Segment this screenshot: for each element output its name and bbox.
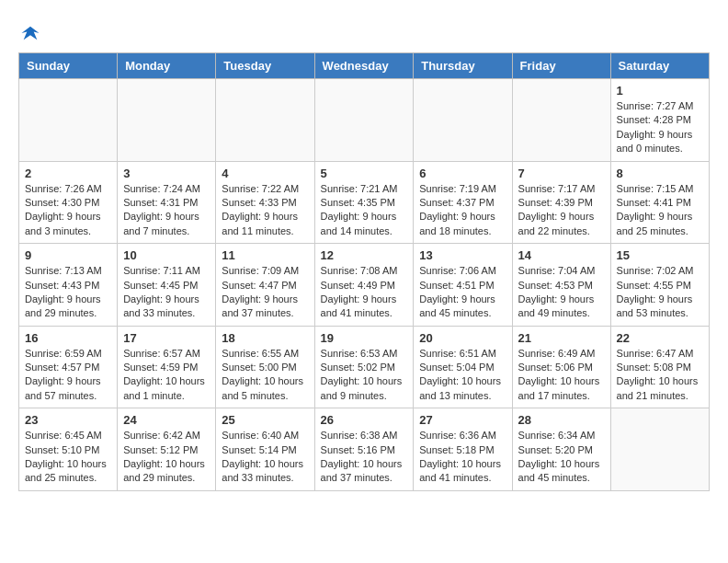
calendar-cell: 19Sunrise: 6:53 AM Sunset: 5:02 PM Dayli… bbox=[314, 326, 414, 408]
day-number: 24 bbox=[123, 413, 210, 427]
day-detail: Sunrise: 7:08 AM Sunset: 4:49 PM Dayligh… bbox=[321, 264, 408, 321]
calendar-cell: 1Sunrise: 7:27 AM Sunset: 4:28 PM Daylig… bbox=[610, 79, 709, 162]
calendar-cell: 26Sunrise: 6:38 AM Sunset: 5:16 PM Dayli… bbox=[314, 408, 414, 491]
calendar-cell: 13Sunrise: 7:06 AM Sunset: 4:51 PM Dayli… bbox=[414, 244, 512, 327]
calendar-cell: 27Sunrise: 6:36 AM Sunset: 5:18 PM Dayli… bbox=[414, 408, 512, 491]
day-detail: Sunrise: 7:22 AM Sunset: 4:33 PM Dayligh… bbox=[222, 182, 308, 239]
calendar-cell: 25Sunrise: 6:40 AM Sunset: 5:14 PM Dayli… bbox=[216, 408, 314, 491]
day-detail: Sunrise: 7:06 AM Sunset: 4:51 PM Dayligh… bbox=[419, 264, 506, 321]
weekday-header-thursday: Thursday bbox=[414, 53, 512, 79]
day-detail: Sunrise: 6:59 AM Sunset: 4:57 PM Dayligh… bbox=[25, 347, 111, 404]
calendar-cell bbox=[118, 79, 216, 162]
day-number: 3 bbox=[123, 167, 210, 180]
calendar-cell: 5Sunrise: 7:21 AM Sunset: 4:35 PM Daylig… bbox=[314, 161, 414, 244]
day-detail: Sunrise: 7:13 AM Sunset: 4:43 PM Dayligh… bbox=[25, 264, 111, 321]
calendar-cell bbox=[19, 79, 118, 162]
day-number: 18 bbox=[222, 331, 308, 345]
day-number: 21 bbox=[518, 331, 605, 345]
day-number: 28 bbox=[518, 413, 605, 427]
week-row-3: 9Sunrise: 7:13 AM Sunset: 4:43 PM Daylig… bbox=[19, 244, 710, 327]
day-number: 12 bbox=[321, 248, 408, 262]
calendar-cell: 22Sunrise: 6:47 AM Sunset: 5:08 PM Dayli… bbox=[610, 326, 709, 408]
calendar-cell bbox=[512, 79, 610, 162]
calendar-cell: 7Sunrise: 7:17 AM Sunset: 4:39 PM Daylig… bbox=[512, 161, 610, 244]
calendar-cell: 15Sunrise: 7:02 AM Sunset: 4:55 PM Dayli… bbox=[610, 244, 709, 327]
day-detail: Sunrise: 6:47 AM Sunset: 5:08 PM Dayligh… bbox=[617, 347, 703, 404]
day-detail: Sunrise: 6:34 AM Sunset: 5:20 PM Dayligh… bbox=[518, 429, 605, 486]
day-detail: Sunrise: 7:11 AM Sunset: 4:45 PM Dayligh… bbox=[123, 264, 210, 321]
calendar-cell: 9Sunrise: 7:13 AM Sunset: 4:43 PM Daylig… bbox=[19, 244, 118, 327]
calendar-cell: 23Sunrise: 6:45 AM Sunset: 5:10 PM Dayli… bbox=[19, 408, 118, 491]
weekday-header-wednesday: Wednesday bbox=[314, 53, 414, 79]
day-detail: Sunrise: 6:53 AM Sunset: 5:02 PM Dayligh… bbox=[321, 347, 408, 404]
day-number: 26 bbox=[321, 413, 408, 427]
day-detail: Sunrise: 7:09 AM Sunset: 4:47 PM Dayligh… bbox=[222, 264, 308, 321]
weekday-header-monday: Monday bbox=[118, 53, 216, 79]
weekday-header-sunday: Sunday bbox=[19, 53, 118, 79]
day-number: 10 bbox=[123, 248, 210, 262]
week-row-1: 1Sunrise: 7:27 AM Sunset: 4:28 PM Daylig… bbox=[19, 79, 710, 162]
day-number: 11 bbox=[222, 248, 308, 262]
logo-bird-icon bbox=[20, 23, 40, 43]
week-row-2: 2Sunrise: 7:26 AM Sunset: 4:30 PM Daylig… bbox=[19, 161, 710, 244]
day-number: 22 bbox=[617, 331, 703, 345]
day-number: 23 bbox=[25, 413, 111, 427]
calendar-cell: 11Sunrise: 7:09 AM Sunset: 4:47 PM Dayli… bbox=[216, 244, 314, 327]
day-detail: Sunrise: 7:24 AM Sunset: 4:31 PM Dayligh… bbox=[123, 182, 210, 239]
calendar-cell: 18Sunrise: 6:55 AM Sunset: 5:00 PM Dayli… bbox=[216, 326, 314, 408]
day-number: 2 bbox=[25, 167, 111, 180]
day-number: 7 bbox=[518, 167, 605, 180]
calendar-cell bbox=[414, 79, 512, 162]
day-number: 25 bbox=[222, 413, 308, 427]
calendar-cell: 6Sunrise: 7:19 AM Sunset: 4:37 PM Daylig… bbox=[414, 161, 512, 244]
day-number: 19 bbox=[321, 331, 408, 345]
day-detail: Sunrise: 6:51 AM Sunset: 5:04 PM Dayligh… bbox=[419, 347, 506, 404]
weekday-header-friday: Friday bbox=[512, 53, 610, 79]
calendar-cell: 4Sunrise: 7:22 AM Sunset: 4:33 PM Daylig… bbox=[216, 161, 314, 244]
calendar-cell: 28Sunrise: 6:34 AM Sunset: 5:20 PM Dayli… bbox=[512, 408, 610, 491]
weekday-header-row: SundayMondayTuesdayWednesdayThursdayFrid… bbox=[19, 53, 710, 79]
day-detail: Sunrise: 6:42 AM Sunset: 5:12 PM Dayligh… bbox=[123, 429, 210, 486]
day-number: 4 bbox=[222, 167, 308, 180]
day-detail: Sunrise: 7:04 AM Sunset: 4:53 PM Dayligh… bbox=[518, 264, 605, 321]
calendar-table: SundayMondayTuesdayWednesdayThursdayFrid… bbox=[18, 52, 710, 491]
day-number: 17 bbox=[123, 331, 210, 345]
day-number: 20 bbox=[419, 331, 506, 345]
day-number: 9 bbox=[25, 248, 111, 262]
day-number: 1 bbox=[617, 84, 703, 98]
calendar-cell: 12Sunrise: 7:08 AM Sunset: 4:49 PM Dayli… bbox=[314, 244, 414, 327]
calendar-cell bbox=[610, 408, 709, 491]
day-number: 5 bbox=[321, 167, 408, 180]
day-number: 27 bbox=[419, 413, 506, 427]
calendar-cell: 2Sunrise: 7:26 AM Sunset: 4:30 PM Daylig… bbox=[19, 161, 118, 244]
day-detail: Sunrise: 6:45 AM Sunset: 5:10 PM Dayligh… bbox=[25, 429, 111, 486]
calendar-cell: 14Sunrise: 7:04 AM Sunset: 4:53 PM Dayli… bbox=[512, 244, 610, 327]
day-detail: Sunrise: 7:17 AM Sunset: 4:39 PM Dayligh… bbox=[518, 182, 605, 239]
calendar-cell: 3Sunrise: 7:24 AM Sunset: 4:31 PM Daylig… bbox=[118, 161, 216, 244]
weekday-header-saturday: Saturday bbox=[610, 53, 709, 79]
day-detail: Sunrise: 7:02 AM Sunset: 4:55 PM Dayligh… bbox=[617, 264, 703, 321]
calendar-cell: 10Sunrise: 7:11 AM Sunset: 4:45 PM Dayli… bbox=[118, 244, 216, 327]
calendar-cell: 16Sunrise: 6:59 AM Sunset: 4:57 PM Dayli… bbox=[19, 326, 118, 408]
day-detail: Sunrise: 7:26 AM Sunset: 4:30 PM Dayligh… bbox=[25, 182, 111, 239]
calendar-cell: 17Sunrise: 6:57 AM Sunset: 4:59 PM Dayli… bbox=[118, 326, 216, 408]
calendar-cell: 20Sunrise: 6:51 AM Sunset: 5:04 PM Dayli… bbox=[414, 326, 512, 408]
day-detail: Sunrise: 7:27 AM Sunset: 4:28 PM Dayligh… bbox=[617, 99, 703, 156]
day-detail: Sunrise: 6:38 AM Sunset: 5:16 PM Dayligh… bbox=[321, 429, 408, 486]
calendar-cell: 24Sunrise: 6:42 AM Sunset: 5:12 PM Dayli… bbox=[118, 408, 216, 491]
day-detail: Sunrise: 7:21 AM Sunset: 4:35 PM Dayligh… bbox=[321, 182, 408, 239]
calendar-cell bbox=[216, 79, 314, 162]
header bbox=[18, 18, 710, 43]
weekday-header-tuesday: Tuesday bbox=[216, 53, 314, 79]
day-detail: Sunrise: 7:19 AM Sunset: 4:37 PM Dayligh… bbox=[419, 182, 506, 239]
day-number: 16 bbox=[25, 331, 111, 345]
day-detail: Sunrise: 6:40 AM Sunset: 5:14 PM Dayligh… bbox=[222, 429, 308, 486]
calendar-cell: 21Sunrise: 6:49 AM Sunset: 5:06 PM Dayli… bbox=[512, 326, 610, 408]
day-number: 14 bbox=[518, 248, 605, 262]
day-detail: Sunrise: 6:55 AM Sunset: 5:00 PM Dayligh… bbox=[222, 347, 308, 404]
day-number: 13 bbox=[419, 248, 506, 262]
day-detail: Sunrise: 6:36 AM Sunset: 5:18 PM Dayligh… bbox=[419, 429, 506, 486]
day-number: 15 bbox=[617, 248, 703, 262]
week-row-5: 23Sunrise: 6:45 AM Sunset: 5:10 PM Dayli… bbox=[19, 408, 710, 491]
day-number: 8 bbox=[617, 167, 703, 180]
